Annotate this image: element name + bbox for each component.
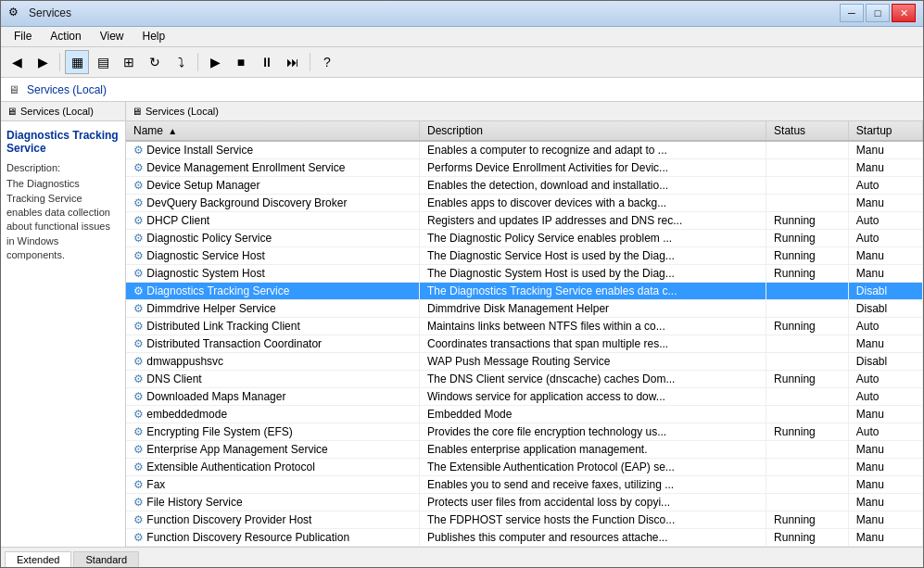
gear-icon: ⚙ <box>133 408 146 421</box>
service-name: Enterprise App Management Service <box>146 443 327 456</box>
table-row[interactable]: ⚙ Function Discovery Resource Publicatio… <box>126 529 923 547</box>
service-name: Diagnostic Policy Service <box>146 232 272 245</box>
table-row[interactable]: ⚙ DHCP ClientRegisters and updates IP ad… <box>126 212 923 230</box>
services-table[interactable]: Name ▲ Description Status Startup <box>126 121 923 547</box>
service-name: Diagnostic System Host <box>146 267 264 280</box>
menu-file[interactable]: File <box>5 28 41 44</box>
service-name: Downloaded Maps Manager <box>146 390 285 403</box>
service-startup-cell: Manu <box>848 247 922 265</box>
gear-icon: ⚙ <box>133 302 146 315</box>
service-startup-cell: Manu <box>848 494 922 511</box>
gear-icon: ⚙ <box>133 531 146 544</box>
service-name: embeddedmode <box>146 408 227 421</box>
refresh-button[interactable]: ↻ <box>143 50 167 74</box>
service-name-cell: ⚙ Distributed Transaction Coordinator <box>126 335 420 353</box>
table-row[interactable]: ⚙ File History ServiceProtects user file… <box>126 494 923 511</box>
table-row[interactable]: ⚙ DNS ClientThe DNS Client service (dnsc… <box>126 371 923 388</box>
gear-icon: ⚙ <box>133 267 146 280</box>
service-desc-cell: The FDPHOST service hosts the Function D… <box>420 511 766 529</box>
table-row[interactable]: ⚙ embeddedmodeEmbedded ModeManu <box>126 406 923 423</box>
service-name: Fax <box>146 478 165 491</box>
table-row[interactable]: ⚙ FaxEnables you to send and receive fax… <box>126 476 923 494</box>
table-row[interactable]: ⚙ Encrypting File System (EFS)Provides t… <box>126 423 923 441</box>
services-list: Name ▲ Description Status Startup <box>126 121 923 547</box>
service-startup-cell: Disabl <box>848 283 922 300</box>
gear-icon: ⚙ <box>133 355 146 368</box>
service-startup-cell: Manu <box>848 459 922 476</box>
gear-icon: ⚙ <box>133 232 146 245</box>
tab-extended[interactable]: Extended <box>5 551 71 568</box>
export-button[interactable]: ⤵ <box>169 50 193 74</box>
table-row[interactable]: ⚙ dmwappushsvcWAP Push Message Routing S… <box>126 353 923 371</box>
col-name[interactable]: Name ▲ <box>126 121 420 141</box>
service-name-cell: ⚙ Enterprise App Management Service <box>126 441 420 459</box>
table-row[interactable]: ⚙ Distributed Transaction CoordinatorCoo… <box>126 335 923 353</box>
gear-icon: ⚙ <box>133 478 146 491</box>
col-description[interactable]: Description <box>420 121 766 141</box>
stop-button[interactable]: ■ <box>229 50 253 74</box>
service-startup-cell: Manu <box>848 476 922 494</box>
menu-action[interactable]: Action <box>41 28 90 44</box>
table-row[interactable]: ⚙ Device Management Enrollment ServicePe… <box>126 159 923 177</box>
service-name-cell: ⚙ DevQuery Background Discovery Broker <box>126 195 420 212</box>
service-name: Diagnostic Service Host <box>146 249 264 262</box>
close-button[interactable]: ✕ <box>892 4 916 22</box>
description-text: The Diagnostics Tracking Service enables… <box>6 177 120 262</box>
service-status-cell <box>766 177 849 195</box>
col-startup[interactable]: Startup <box>848 121 922 141</box>
table-row[interactable]: ⚙ Device Setup ManagerEnables the detect… <box>126 177 923 195</box>
service-desc-cell: The Diagnostic Policy Service enables pr… <box>420 230 766 247</box>
service-name-cell: ⚙ File History Service <box>126 494 420 511</box>
service-name: File History Service <box>146 496 242 509</box>
back-button[interactable]: ◀ <box>5 50 29 74</box>
scope-pane-button[interactable]: ▤ <box>91 50 115 74</box>
help-button[interactable]: ? <box>315 50 339 74</box>
left-panel-icon: 🖥 <box>6 106 17 117</box>
service-name: Device Setup Manager <box>146 179 259 192</box>
service-name-cell: ⚙ Distributed Link Tracking Client <box>126 318 420 335</box>
service-desc-cell: Enables enterprise application managemen… <box>420 441 766 459</box>
start-button[interactable]: ▶ <box>203 50 227 74</box>
gear-icon: ⚙ <box>133 390 146 403</box>
toolbar: ◀ ▶ ▦ ▤ ⊞ ↻ ⤵ ▶ ■ ⏸ ⏭ ? <box>1 47 923 79</box>
table-row[interactable]: ⚙ Diagnostics Tracking ServiceThe Diagno… <box>126 283 923 300</box>
service-startup-cell: Manu <box>848 265 922 283</box>
tab-standard[interactable]: Standard <box>73 551 139 567</box>
menu-view[interactable]: View <box>91 28 133 44</box>
table-row[interactable]: ⚙ Device Install ServiceEnables a comput… <box>126 141 923 159</box>
table-row[interactable]: ⚙ Diagnostic Service HostThe Diagnostic … <box>126 247 923 265</box>
forward-button[interactable]: ▶ <box>31 50 55 74</box>
service-startup-cell: Disabl <box>848 300 922 318</box>
service-desc-cell: Coordinates transactions that span multi… <box>420 335 766 353</box>
service-name: Device Management Enrollment Service <box>146 161 345 174</box>
service-name-cell: ⚙ Diagnostic System Host <box>126 265 420 283</box>
table-row[interactable]: ⚙ Downloaded Maps ManagerWindows service… <box>126 388 923 406</box>
gear-icon: ⚙ <box>133 443 146 456</box>
app-icon: ⚙ <box>8 6 23 20</box>
properties-button[interactable]: ⊞ <box>117 50 141 74</box>
gear-icon: ⚙ <box>133 372 146 385</box>
service-desc-cell: Windows service for application access t… <box>420 388 766 406</box>
maximize-button[interactable]: □ <box>866 4 890 22</box>
menu-help[interactable]: Help <box>133 28 175 44</box>
table-row[interactable]: ⚙ Extensible Authentication ProtocolThe … <box>126 459 923 476</box>
right-panel-header: 🖥 Services (Local) <box>126 102 923 121</box>
table-row[interactable]: ⚙ Function Discovery Provider HostThe FD… <box>126 511 923 529</box>
service-status-cell <box>766 441 849 459</box>
selected-service-title: Diagnostics Tracking Service <box>6 129 120 155</box>
pause-button[interactable]: ⏸ <box>255 50 279 74</box>
description-label: Description: <box>6 162 120 173</box>
table-row[interactable]: ⚙ Enterprise App Management ServiceEnabl… <box>126 441 923 459</box>
col-status-label: Status <box>774 124 805 137</box>
gear-icon: ⚙ <box>133 144 146 157</box>
minimize-button[interactable]: ─ <box>840 4 864 22</box>
col-status[interactable]: Status <box>766 121 849 141</box>
resume-button[interactable]: ⏭ <box>281 50 305 74</box>
table-row[interactable]: ⚙ Dimmdrive Helper ServiceDimmdrive Disk… <box>126 300 923 318</box>
table-row[interactable]: ⚙ DevQuery Background Discovery BrokerEn… <box>126 195 923 212</box>
sort-arrow: ▲ <box>168 126 177 136</box>
console-tree-button[interactable]: ▦ <box>65 50 89 74</box>
table-row[interactable]: ⚙ Diagnostic System HostThe Diagnostic S… <box>126 265 923 283</box>
table-row[interactable]: ⚙ Diagnostic Policy ServiceThe Diagnosti… <box>126 230 923 247</box>
table-row[interactable]: ⚙ Distributed Link Tracking ClientMainta… <box>126 318 923 335</box>
